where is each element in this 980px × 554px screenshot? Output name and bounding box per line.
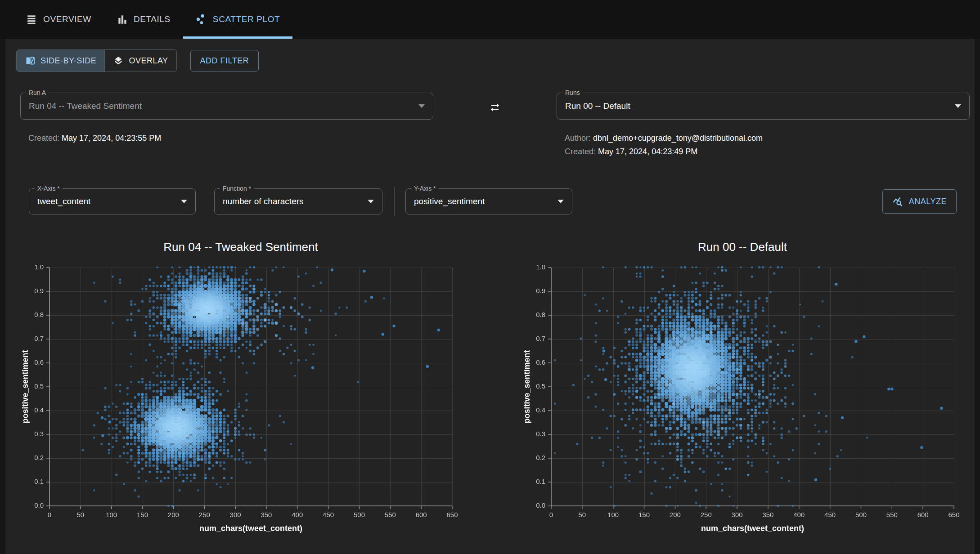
swap-runs-button[interactable]: [486, 98, 504, 118]
caret-down-icon: [955, 104, 961, 108]
created-value: May 17, 2024, 04:23:55 PM: [62, 134, 161, 143]
chart-title: Run 04 -- Tweaked Sentiment: [16, 240, 466, 259]
add-filter-label: ADD FILTER: [200, 56, 249, 66]
run-swap-area: [433, 93, 557, 158]
function-label: Function *: [220, 185, 254, 192]
split-view-icon: [25, 55, 36, 66]
tab-bar: OVERVIEW DETAILS SCATTER PLOT: [0, 0, 980, 39]
scatter-chart-run-a[interactable]: [16, 261, 466, 551]
scatter-chart-run-b[interactable]: [517, 261, 967, 551]
x-axis-value: tweet_content: [37, 197, 181, 206]
run-selector-row: Run A Run 04 -- Tweaked Sentiment Create…: [20, 93, 970, 158]
y-axis-select[interactable]: Y-Axis * positive_sentiment: [405, 188, 572, 214]
analyze-button[interactable]: ANALYZE: [882, 189, 957, 214]
scatter-plot-icon: [196, 13, 207, 25]
function-value: number of characters: [223, 197, 368, 206]
x-axis-select[interactable]: X-Axis * tweet_content: [29, 188, 196, 214]
bar-chart-icon: [117, 13, 128, 25]
view-mode-toggle: SIDE-BY-SIDE OVERLAY: [16, 49, 177, 72]
overlay-label: OVERLAY: [129, 56, 168, 66]
run-a-select-value: Run 04 -- Tweaked Sentiment: [29, 101, 418, 111]
analyze-label: ANALYZE: [909, 197, 947, 206]
charts-row: Run 04 -- Tweaked Sentiment Run 00 -- De…: [16, 240, 975, 551]
runs-select-value: Run 00 -- Default: [565, 101, 955, 111]
y-axis-label: Y-Axis *: [411, 185, 439, 192]
runs-meta: Author: dbnl_demo+cupgrade_tony@distribu…: [565, 131, 970, 158]
tab-overview[interactable]: OVERVIEW: [13, 0, 104, 39]
chart-search-icon: [892, 196, 904, 207]
runs-column: Runs Run 00 -- Default Author: dbnl_demo…: [557, 93, 970, 158]
run-a-column: Run A Run 04 -- Tweaked Sentiment Create…: [20, 93, 433, 158]
caret-down-icon: [368, 200, 374, 203]
caret-down-icon: [181, 200, 187, 203]
y-axis-value: positive_sentiment: [414, 197, 557, 206]
run-a-select[interactable]: Run A Run 04 -- Tweaked Sentiment: [20, 93, 433, 120]
author-label: Author:: [565, 134, 591, 143]
run-a-meta: Created: May 17, 2024, 04:23:55 PM: [28, 131, 433, 145]
tab-label: OVERVIEW: [43, 14, 91, 24]
caret-down-icon: [418, 104, 425, 108]
chart-title: Run 00 -- Default: [517, 240, 967, 259]
created-label: Created:: [565, 147, 596, 156]
created-value: May 17, 2024, 04:23:49 PM: [598, 147, 697, 156]
list-icon: [26, 13, 38, 25]
toolbar: SIDE-BY-SIDE OVERLAY ADD FILTER: [16, 49, 975, 72]
side-by-side-label: SIDE-BY-SIDE: [40, 56, 96, 66]
chart-run-a: Run 04 -- Tweaked Sentiment: [16, 240, 466, 551]
x-axis-label: X-Axis *: [35, 185, 63, 192]
overlay-button[interactable]: OVERLAY: [104, 50, 176, 71]
chart-run-b: Run 00 -- Default: [517, 240, 967, 551]
runs-select[interactable]: Runs Run 00 -- Default: [557, 93, 970, 120]
runs-select-label: Runs: [562, 89, 583, 97]
caret-down-icon: [557, 200, 564, 203]
layers-icon: [113, 55, 124, 66]
tab-details[interactable]: DETAILS: [104, 0, 183, 39]
created-label: Created:: [28, 134, 59, 143]
axis-controls-row: X-Axis * tweet_content Function * number…: [29, 187, 957, 216]
tab-scatter-plot[interactable]: SCATTER PLOT: [183, 0, 292, 39]
run-a-select-label: Run A: [26, 89, 49, 97]
author-value: dbnl_demo+cupgrade_tony@distributional.c…: [593, 134, 763, 143]
scatter-plot-panel: SIDE-BY-SIDE OVERLAY ADD FILTER Run A Ru…: [5, 39, 975, 554]
swap-horizontal-icon: [487, 100, 503, 115]
add-filter-button[interactable]: ADD FILTER: [190, 50, 259, 71]
controls-divider: [394, 187, 395, 216]
function-select[interactable]: Function * number of characters: [214, 188, 382, 214]
side-by-side-button[interactable]: SIDE-BY-SIDE: [17, 50, 104, 71]
tab-label: DETAILS: [134, 14, 171, 24]
tab-label: SCATTER PLOT: [213, 14, 280, 24]
